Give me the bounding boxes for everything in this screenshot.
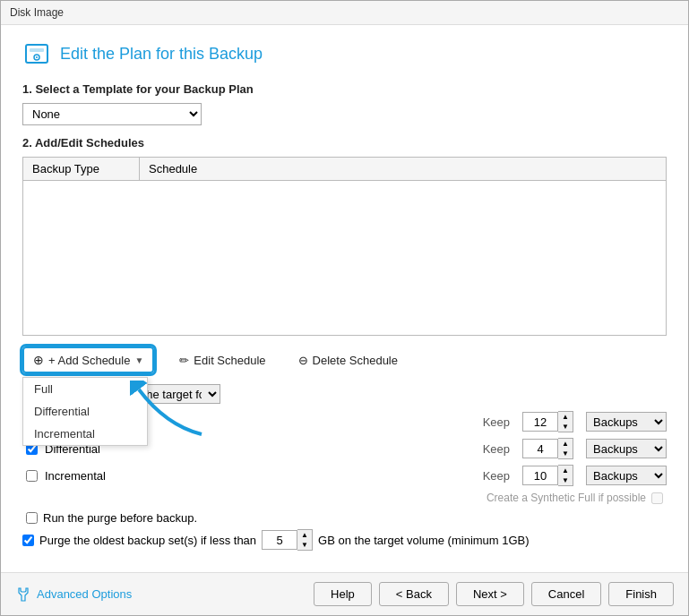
add-schedule-label: + Add Schedule xyxy=(48,354,130,367)
svg-point-3 xyxy=(36,56,38,58)
differential-keep-down[interactable]: ▼ xyxy=(558,449,573,458)
schedule-toolbar: ⊕ + Add Schedule ▼ Full Differential Inc… xyxy=(22,346,667,373)
footer: Advanced Options Help < Back Next > Canc… xyxy=(1,572,688,615)
full-keep-input[interactable]: 12 xyxy=(522,412,558,432)
add-schedule-button[interactable]: ⊕ + Add Schedule ▼ xyxy=(22,346,154,373)
disk-image-icon xyxy=(22,39,51,68)
run-purge-checkbox[interactable] xyxy=(26,512,38,524)
schedule-table-body xyxy=(23,181,666,324)
schedule-table-header: Backup Type Schedule xyxy=(23,158,666,181)
section2-label: 2. Add/Edit Schedules xyxy=(22,136,667,150)
incremental-type-select[interactable]: Backups xyxy=(586,466,667,485)
purge-size-spinner[interactable]: 5 ▲ ▼ xyxy=(262,529,313,551)
full-keep-spinner[interactable]: 12 ▲ ▼ xyxy=(522,411,573,432)
purge-label: Purge the oldest backup set(s) if less t… xyxy=(39,534,256,547)
differential-keep-spinner[interactable]: 4 ▲ ▼ xyxy=(522,438,573,459)
chevron-down-icon: ▼ xyxy=(134,355,143,365)
section1-label: 1. Select a Template for your Backup Pla… xyxy=(22,82,667,96)
purge-oldest-row: Purge the oldest backup set(s) if less t… xyxy=(22,529,667,551)
section1: 1. Select a Template for your Backup Pla… xyxy=(22,82,667,125)
full-keep-up[interactable]: ▲ xyxy=(558,412,573,422)
section2: 2. Add/Edit Schedules Backup Type Schedu… xyxy=(22,136,667,336)
incremental-retention-row: Incremental Keep 10 ▲ ▼ Backups xyxy=(22,465,667,486)
plus-icon: ⊕ xyxy=(33,353,44,367)
page-title: Edit the Plan for this Backup xyxy=(60,45,263,64)
title-bar: Disk Image xyxy=(1,1,688,25)
run-purge-row: Run the purge before backup. xyxy=(22,511,667,525)
full-type-select[interactable]: Backups xyxy=(586,412,667,432)
dropdown-item-incremental[interactable]: Incremental xyxy=(23,423,147,445)
delete-schedule-label: Delete Schedule xyxy=(313,354,398,367)
differential-keep-up[interactable]: ▲ xyxy=(558,439,573,449)
finish-button[interactable]: Finish xyxy=(608,582,674,606)
delete-schedule-button[interactable]: ⊖ Delete Schedule xyxy=(291,350,405,371)
footer-left: Advanced Options xyxy=(15,586,132,603)
edit-schedule-button[interactable]: ✏ Edit Schedule xyxy=(172,350,272,371)
pencil-icon: ✏ xyxy=(179,354,189,367)
col-backup-type-header: Backup Type xyxy=(23,158,140,180)
run-purge-label: Run the purge before backup. xyxy=(43,511,197,525)
minus-circle-icon: ⊖ xyxy=(298,354,308,367)
page-header: Edit the Plan for this Backup xyxy=(22,39,667,68)
purge-size-down[interactable]: ▼ xyxy=(297,540,312,550)
incremental-keep-spinner[interactable]: 10 ▲ ▼ xyxy=(522,465,573,486)
col-schedule-header: Schedule xyxy=(140,158,666,180)
main-window: Disk Image Edit the Plan for this Backup… xyxy=(0,0,689,616)
next-button[interactable]: Next > xyxy=(456,582,524,606)
svg-rect-1 xyxy=(30,48,44,52)
purge-size-up[interactable]: ▲ xyxy=(297,530,312,540)
help-button[interactable]: Help xyxy=(314,582,372,606)
purge-oldest-checkbox[interactable] xyxy=(22,535,34,546)
synthetic-full-checkbox[interactable] xyxy=(651,492,663,504)
back-button[interactable]: < Back xyxy=(379,582,449,606)
incremental-label: Incremental xyxy=(45,469,106,483)
cancel-button[interactable]: Cancel xyxy=(531,582,601,606)
window-title: Disk Image xyxy=(10,6,64,19)
main-content: Edit the Plan for this Backup 1. Select … xyxy=(1,25,688,572)
purge-size-input[interactable]: 5 xyxy=(262,530,297,550)
advanced-options-link[interactable]: Advanced Options xyxy=(37,587,132,601)
differential-keep-input[interactable]: 4 xyxy=(522,439,558,458)
incremental-keep-down[interactable]: ▼ xyxy=(558,475,573,485)
add-schedule-dropdown[interactable]: Full Differential Incremental xyxy=(22,377,148,446)
dropdown-item-full[interactable]: Full xyxy=(23,378,147,400)
wrench-icon xyxy=(15,586,31,603)
differential-type-select[interactable]: Backups xyxy=(586,439,667,458)
incremental-keep-up[interactable]: ▲ xyxy=(558,466,573,475)
edit-schedule-label: Edit Schedule xyxy=(194,354,265,367)
synthetic-label: Create a Synthetic Full if possible xyxy=(487,492,646,504)
template-select[interactable]: None xyxy=(22,103,202,125)
footer-buttons: Help < Back Next > Cancel Finish xyxy=(314,582,674,606)
full-keep-down[interactable]: ▼ xyxy=(558,422,573,432)
schedule-table-container: Backup Type Schedule xyxy=(22,157,667,336)
incremental-keep-input[interactable]: 10 xyxy=(522,466,558,485)
dropdown-item-differential[interactable]: Differential xyxy=(23,400,147,423)
purge-unit-label: GB on the target volume (minimum 1GB) xyxy=(318,534,530,547)
incremental-checkbox[interactable] xyxy=(26,470,38,482)
